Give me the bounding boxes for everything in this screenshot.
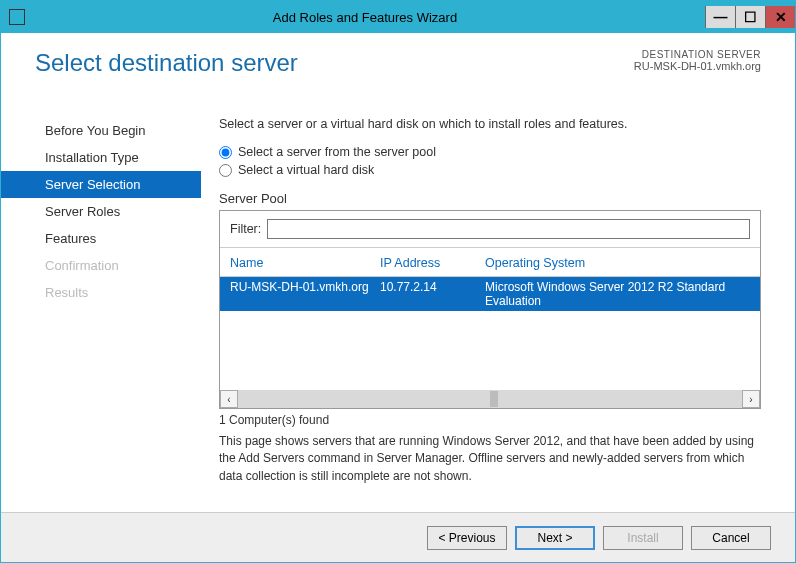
- radio-vhd[interactable]: Select a virtual hard disk: [219, 163, 761, 177]
- cancel-button[interactable]: Cancel: [691, 526, 771, 550]
- radio-vhd-input[interactable]: [219, 164, 232, 177]
- cell-os: Microsoft Windows Server 2012 R2 Standar…: [485, 280, 750, 308]
- sidebar-item-server-roles[interactable]: Server Roles: [1, 198, 201, 225]
- server-pool-label: Server Pool: [219, 191, 761, 206]
- window-buttons: — ☐ ✕: [705, 6, 795, 28]
- note-text: This page shows servers that are running…: [219, 433, 761, 485]
- radio-server-pool-label: Select a server from the server pool: [238, 145, 436, 159]
- body: Before You Begin Installation Type Serve…: [1, 103, 795, 512]
- scroll-left-icon[interactable]: ‹: [220, 390, 238, 408]
- sidebar-item-features[interactable]: Features: [1, 225, 201, 252]
- scroll-track[interactable]: [238, 390, 742, 408]
- server-pool-box: Filter: Name IP Address Operating System…: [219, 210, 761, 409]
- radio-server-pool[interactable]: Select a server from the server pool: [219, 145, 761, 159]
- cell-name: RU-MSK-DH-01.vmkh.org: [230, 280, 380, 308]
- radio-vhd-label: Select a virtual hard disk: [238, 163, 374, 177]
- destination-info: DESTINATION SERVER RU-MSK-DH-01.vmkh.org: [634, 49, 761, 72]
- content: Select destination server DESTINATION SE…: [1, 33, 795, 562]
- table-body: RU-MSK-DH-01.vmkh.org 10.77.2.14 Microso…: [220, 277, 760, 390]
- close-button[interactable]: ✕: [765, 6, 795, 28]
- sidebar-item-confirmation: Confirmation: [1, 252, 201, 279]
- sidebar-item-before-you-begin[interactable]: Before You Begin: [1, 117, 201, 144]
- sidebar: Before You Begin Installation Type Serve…: [1, 103, 201, 512]
- next-button[interactable]: Next >: [515, 526, 595, 550]
- header: Select destination server DESTINATION SE…: [1, 33, 795, 103]
- footer: < Previous Next > Install Cancel: [1, 512, 795, 562]
- scroll-right-icon[interactable]: ›: [742, 390, 760, 408]
- window-title: Add Roles and Features Wizard: [25, 10, 705, 25]
- maximize-button[interactable]: ☐: [735, 6, 765, 28]
- computers-found: 1 Computer(s) found: [219, 413, 761, 427]
- radio-server-pool-input[interactable]: [219, 146, 232, 159]
- filter-input[interactable]: [267, 219, 750, 239]
- sidebar-item-results: Results: [1, 279, 201, 306]
- table-row[interactable]: RU-MSK-DH-01.vmkh.org 10.77.2.14 Microso…: [220, 277, 760, 311]
- table-header: Name IP Address Operating System: [220, 248, 760, 277]
- titlebar: Add Roles and Features Wizard — ☐ ✕: [1, 1, 795, 33]
- filter-label: Filter:: [230, 222, 261, 236]
- sidebar-item-server-selection[interactable]: Server Selection: [1, 171, 201, 198]
- scroll-thumb[interactable]: [490, 391, 498, 407]
- intro-text: Select a server or a virtual hard disk o…: [219, 117, 761, 131]
- cell-ip: 10.77.2.14: [380, 280, 485, 308]
- destination-label: DESTINATION SERVER: [634, 49, 761, 60]
- column-os[interactable]: Operating System: [485, 256, 750, 270]
- horizontal-scrollbar[interactable]: ‹ ›: [220, 390, 760, 408]
- destination-value: RU-MSK-DH-01.vmkh.org: [634, 60, 761, 72]
- app-icon: [9, 9, 25, 25]
- previous-button[interactable]: < Previous: [427, 526, 507, 550]
- column-ip[interactable]: IP Address: [380, 256, 485, 270]
- filter-row: Filter:: [220, 211, 760, 248]
- wizard-window: Add Roles and Features Wizard — ☐ ✕ Sele…: [0, 0, 796, 563]
- main-panel: Select a server or a virtual hard disk o…: [201, 103, 785, 512]
- install-button: Install: [603, 526, 683, 550]
- page-title: Select destination server: [35, 49, 298, 77]
- column-name[interactable]: Name: [230, 256, 380, 270]
- minimize-button[interactable]: —: [705, 6, 735, 28]
- sidebar-item-installation-type[interactable]: Installation Type: [1, 144, 201, 171]
